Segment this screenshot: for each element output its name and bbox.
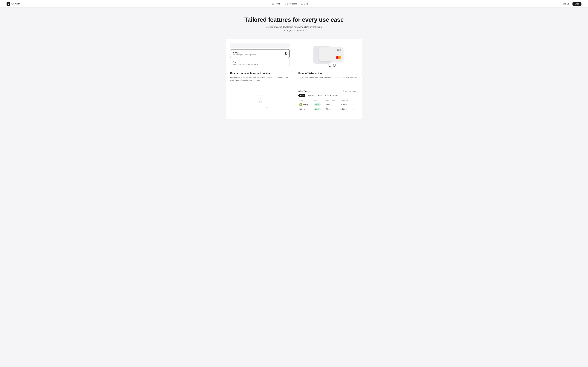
col-price-total: Price / total [339, 99, 352, 102]
wix-name-text: Wix [303, 108, 305, 110]
logo-icon [7, 2, 10, 6]
card-dots: •••• •••• •••• [321, 50, 334, 51]
nav-link-home[interactable]: Home [272, 3, 280, 5]
shopify-status-badge: Active [314, 103, 321, 106]
pos-card-desc: Any frontend can utilize Circular commer… [298, 76, 358, 79]
plan-pro-info: Pro I'm working on commercial projects [233, 61, 258, 65]
hero-section: Tailored features for every use case Cir… [0, 8, 588, 39]
table-row: WIX Wix Active $40.00 [298, 107, 358, 112]
features-top-grid: Hobby I'm working on personal projects P… [226, 39, 362, 119]
pos-credit-card: •••• •••• •••• 5642 [319, 47, 343, 61]
shopify-name-text: Shopify [303, 104, 308, 106]
mc-orange-circle [338, 56, 341, 59]
shopify-name-cell: S Shopify [298, 102, 313, 107]
tracker-header: API's Tracker 5 custom categories [298, 90, 358, 92]
wix-actions-cell[interactable]: ··· [352, 107, 358, 112]
tracker-tab-email1[interactable]: Email tools [317, 94, 328, 97]
payment-amount: $48.45 [321, 66, 343, 68]
hero-subtitle: Circular provides developers with world-… [7, 25, 581, 32]
corner-dot-br [266, 107, 267, 108]
shopify-price-total-cell: 10,000.00 [339, 102, 352, 107]
soc2-ui: SOC2 [230, 90, 290, 115]
shopify-name-row: S Shopify [299, 103, 312, 106]
plan-hobby-name: Hobby [233, 51, 256, 54]
tracker-ui: API's Tracker 5 custom categories Sales … [298, 90, 358, 112]
tap-to-pay-label: Tap to pay [321, 64, 343, 66]
plan-placeholder [230, 43, 290, 48]
logo[interactable]: Circular [7, 2, 20, 6]
subscription-card-title: Custom subscriptions and pricing [230, 72, 290, 75]
shopify-price-month-cell: $80.00 [325, 102, 339, 107]
wix-status-cell: Active [313, 107, 325, 112]
svg-point-1 [8, 4, 9, 4]
corner-dot-tl [253, 97, 253, 97]
nav-link-developers[interactable]: Developers [285, 3, 297, 5]
soc2-label: SOC2 [257, 106, 262, 107]
shopify-actions-cell[interactable]: ··· [352, 102, 358, 107]
wix-price-month-cell: $40.00 [325, 107, 339, 112]
shopify-price-month: $80.00 [326, 103, 330, 105]
plan-pro-name: Pro [233, 61, 258, 63]
card-mastercard [321, 56, 341, 59]
tracker-tabs: Sales Analytics Email tools Email tools [298, 94, 358, 97]
nav-link-blog[interactable]: Blog [301, 3, 308, 5]
tracker-tab-sales[interactable]: Sales [298, 94, 305, 97]
navbar: Circular Home Developers Blog Sign up Lo… [0, 0, 588, 8]
col-name: Name [298, 99, 313, 102]
shopify-logo: S [299, 103, 302, 106]
shopify-price-total: 10,000.00 [341, 103, 347, 105]
hero-title: Tailored features for every use case [7, 16, 581, 23]
subscription-card-desc: Whether you're a small business or a lar… [230, 76, 290, 81]
tracker-title: API's Tracker [298, 90, 310, 92]
pos-card: •••• •••• •••• 5642 [294, 39, 362, 86]
wix-more-icon[interactable]: ··· [353, 108, 355, 110]
plan-hobby-desc: I'm working on personal projects [233, 54, 256, 56]
plan-pro-radio [285, 62, 287, 64]
plan-pro-desc: I'm working on commercial projects [233, 64, 258, 65]
corner-dot-tr [266, 97, 267, 97]
plan-hobby-info: Hobby I'm working on personal projects [233, 51, 256, 56]
col-actions [352, 99, 358, 102]
tracker-card: API's Tracker 5 custom categories Sales … [294, 86, 362, 119]
shopify-status-cell: Active [313, 102, 325, 107]
col-status: Status [313, 99, 325, 102]
wix-price-month: $40.00 [326, 108, 330, 110]
pos-ui: •••• •••• •••• 5642 [298, 43, 358, 68]
mastercard-icon [336, 56, 341, 59]
soc2-lock-icon [257, 97, 263, 104]
soc2-badge: SOC2 [252, 96, 268, 109]
tracker-subtitle: 5 custom categories [343, 90, 358, 92]
signup-button[interactable]: Sign up [560, 2, 571, 6]
col-price-month: Price / month [325, 99, 339, 102]
pos-device: •••• •••• •••• 5642 [313, 45, 343, 66]
subscription-ui: Hobby I'm working on personal projects P… [230, 43, 290, 67]
tracker-table: Name Status Price / month Price / total [298, 99, 358, 112]
wix-name-row: WIX Wix [299, 108, 312, 110]
soc2-card: SOC2 [226, 86, 294, 119]
features-border: Hobby I'm working on personal projects P… [226, 39, 362, 119]
card-last4: 5642 [337, 49, 341, 51]
plan-pro-option[interactable]: Pro I'm working on commercial projects [230, 59, 290, 67]
plan-hobby-option[interactable]: Hobby I'm working on personal projects [230, 49, 290, 58]
nav-actions: Sign up Login [560, 2, 581, 6]
corner-dot-bl [253, 107, 253, 108]
table-row: S Shopify Active $80.00 [298, 102, 358, 107]
features-wrapper: Hobby I'm working on personal projects P… [219, 39, 369, 119]
wix-price-total-cell: 5,000.00 [339, 107, 352, 112]
pos-amount-area: Tap to pay $48.45 [321, 64, 343, 68]
nav-links: Home Developers Blog [272, 3, 308, 5]
wix-name-cell: WIX Wix [298, 107, 313, 112]
tracker-table-header-row: Name Status Price / month Price / total [298, 99, 358, 102]
subscription-card: Hobby I'm working on personal projects P… [226, 39, 294, 86]
tracker-tab-email2[interactable]: Email tools [329, 94, 339, 97]
wix-price-total: 5,000.00 [341, 108, 346, 110]
wix-status-badge: Active [314, 108, 321, 110]
shopify-more-icon[interactable]: ··· [353, 103, 355, 106]
tracker-tab-analytics[interactable]: Analytics [306, 94, 316, 97]
plan-hobby-radio [285, 52, 287, 55]
pos-card-title: Point of Sales active [298, 72, 358, 75]
login-button[interactable]: Login [572, 2, 581, 6]
wix-logo: WIX [299, 108, 302, 110]
logo-text: Circular [11, 3, 20, 5]
